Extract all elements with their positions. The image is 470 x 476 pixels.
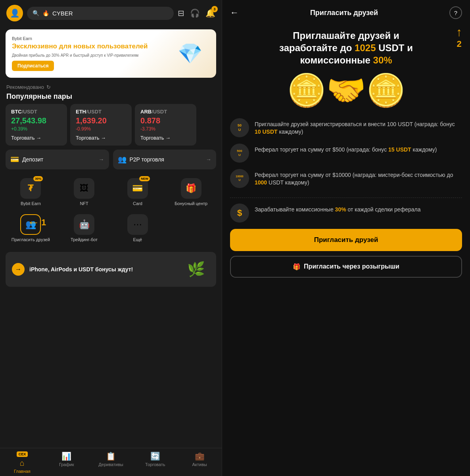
menu-item-bonus[interactable]: 🎁 Бонусный центр [164,174,218,210]
deposit-button[interactable]: 💳 Депозит → [6,150,109,169]
bonus-icon: 🎁 [186,183,196,194]
pair-name-btc: BTC/USDT [11,109,61,115]
scan-icon[interactable]: ⊟ [178,8,184,18]
invite-illustration: 🪙🤝🪙 [246,75,446,106]
cta-section: Пригласить друзей 🎁 Пригласить через роз… [230,223,462,282]
pair-name-arb: ARB/USDT [140,109,191,115]
trade-label: Торговать [145,462,165,467]
p2p-button[interactable]: 👥 P2P торговля → [113,150,217,169]
commission-icon: $ [230,203,249,223]
card-icon-wrap: 💳 NEW [127,178,148,199]
card-label: Card [133,201,142,206]
bybit-earn-icon-wrap: ₮ 30% [20,178,41,199]
menu-item-bybit-earn[interactable]: ₮ 30% Bybit Earn [4,174,58,210]
nav-trade[interactable]: 🔄 Торговать [133,451,177,474]
notification-icon[interactable]: 🔔 3 [205,8,215,18]
nav-assets[interactable]: 💼 Активы [177,451,222,474]
invite-percent: 30% [373,55,392,65]
right-header: ← Пригласить друзей ? [222,0,470,25]
menu-item-more[interactable]: ⋯ Ещё [111,210,165,246]
pair-trade-btc[interactable]: Торговать → [11,135,61,141]
annotation-1: 1 [41,217,46,228]
pair-trade-eth[interactable]: Торговать → [76,135,126,141]
arrow-2-icon: ↑ [456,25,462,39]
quick-actions: 💳 Депозит → 👥 P2P торговля → [0,150,222,174]
invite-currency: USDT и [376,42,413,53]
back-button[interactable]: ← [230,8,239,18]
pair-card-btc[interactable]: BTC/USDT 27,543.98 +0.39% Торговать → [6,104,67,146]
step-2-text: Реферал торгует на сумму от $500 (наград… [255,144,437,154]
nav-chart[interactable]: 📊 График [44,451,89,474]
invite-icon: 👥 [25,219,36,230]
home-label: Главная [14,469,31,474]
assets-label: Активы [192,462,207,467]
card-icon: 💳 [132,183,143,194]
step-3: 10000U Реферал торгует на сумму от $1000… [230,169,462,188]
chart-label: График [59,462,74,467]
recommended-label: Рекомендовано [6,84,44,90]
step-2: 500U Реферал торгует на сумму от $500 (н… [230,144,462,163]
user-icon: 👤 [10,8,20,18]
popular-pairs-title: Популярные пары [0,91,222,104]
search-icon: 🔍 [33,10,39,16]
divider [230,198,462,198]
search-bar[interactable]: 🔍 🔥 CYBER [27,7,174,20]
bottom-banner-text: iPhone, AirPods и USDT бонусы ждут! [29,266,133,273]
pair-name-eth: ETH/USDT [76,109,126,115]
pair-card-eth[interactable]: ETH/USDT 1,639.20 -0.99% Торговать → [70,104,132,146]
nft-icon: 🖼 [80,183,88,194]
headset-icon[interactable]: 🎧 [190,8,200,18]
menu-item-card[interactable]: 💳 NEW Card [111,174,165,210]
menu-item-nft[interactable]: 🖼 NFT [58,174,111,210]
banner-subscribe-button[interactable]: Подписаться [12,61,54,71]
step-2-icon: 500U [230,144,249,163]
bybit-earn-badge: 30% [33,176,43,181]
step-3-text: Реферал торгует на сумму от $10000 (нагр… [255,169,462,187]
bottom-navigation: CEX ⌂ Главная 📊 График 📋 Деривативы 🔄 То… [0,448,222,476]
steps-list: 50U Приглашайте друзей зарегистрироватьс… [230,114,462,192]
invite-friends-button[interactable]: Пригласить друзей [230,229,462,251]
bybit-earn-icon: ₮ [28,183,33,194]
deposit-arrow-icon: → [99,156,104,163]
bottom-promo-banner[interactable]: → iPhone, AirPods и USDT бонусы ждут! 🌿 [6,252,216,287]
deposit-label: Депозит [22,156,43,163]
invite-amount: 1025 [355,42,376,53]
chart-icon: 📊 [61,451,71,461]
menu-item-trading-bot[interactable]: 🤖 Трейдинг-бот [58,210,111,246]
header-icons: ⊟ 🎧 🔔 3 [178,8,215,18]
menu-item-invite[interactable]: 👥 Пригласить друзей ← 1 [4,210,58,246]
invite-main-title: Приглашайте друзей и заработайте до 1025… [246,29,446,67]
pair-price-eth: 1,639.20 [76,116,126,125]
assets-icon: 💼 [195,451,205,461]
nav-home[interactable]: CEX ⌂ Главная [0,451,44,474]
menu-grid: ₮ 30% Bybit Earn 🖼 NFT 💳 NEW Card 🎁 Бон [0,174,222,250]
avatar[interactable]: 👤 [6,5,23,21]
derivatives-label: Деривативы [98,462,123,467]
bottom-banner-arrow[interactable]: → [12,263,25,276]
promo-banner[interactable]: Bybit Earn Эксклюзивно для новых пользов… [6,29,216,78]
left-panel: 👤 🔍 🔥 CYBER ⊟ 🎧 🔔 3 Bybit Earn Эксклюзив… [0,0,222,476]
trading-bot-icon-wrap: 🤖 [74,214,94,235]
p2p-icon: 👥 [118,155,127,164]
trading-pairs-list: BTC/USDT 27,543.98 +0.39% Торговать → ET… [0,104,222,150]
invite-giveaway-button[interactable]: 🎁 Пригласить через розыгрыши [230,256,462,278]
right-title: Пригласить друзей [310,9,378,17]
banner-content: Bybit Earn Эксклюзивно для новых пользов… [12,36,170,71]
refresh-icon[interactable]: ↻ [46,84,51,90]
nft-icon-wrap: 🖼 [74,178,94,199]
deposit-icon: 💳 [10,155,19,164]
pair-trade-arb[interactable]: Торговать → [140,135,191,141]
nav-derivatives[interactable]: 📋 Деривативы [89,451,133,474]
pair-card-arb[interactable]: ARB/USDT 0.878 -3.73% Торговать → [135,104,196,146]
pair-change-btc: +0.39% [11,126,61,132]
giveaway-label: Пригласить через розыгрыши [304,263,399,270]
invite-title-line3: комиссионные [300,55,373,65]
help-button[interactable]: ? [449,6,462,19]
invite-icon-wrap: 👥 [20,214,41,235]
banner-image: 💎 [170,36,210,71]
cex-badge: CEX [17,451,28,457]
pair-change-arb: -3.73% [140,126,191,132]
header: 👤 🔍 🔥 CYBER ⊟ 🎧 🔔 3 [0,0,222,26]
fire-icon: 🔥 [42,10,49,16]
trading-bot-label: Трейдинг-бот [71,237,98,242]
